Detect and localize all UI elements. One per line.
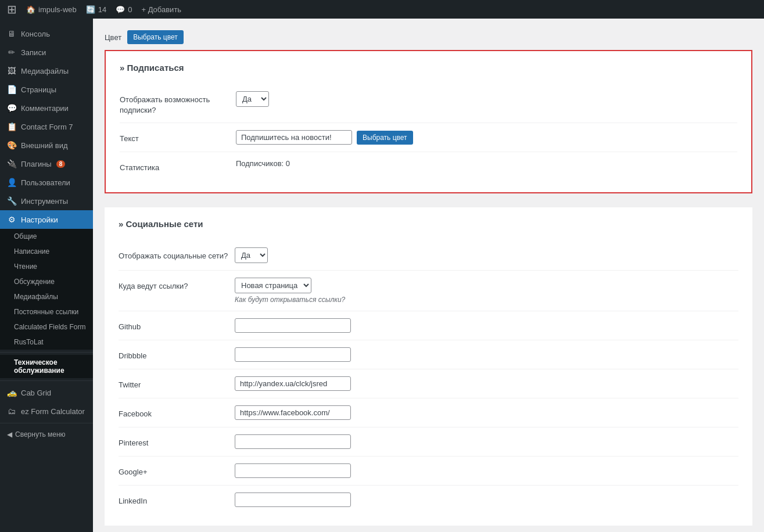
submenu-item-calcfields[interactable]: Calculated Fields Form (0, 319, 93, 335)
show-subscribe-select[interactable]: Да Нет (236, 91, 269, 107)
text-value: Подпишитесь на новости! (236, 130, 352, 145)
sidebar-divider (0, 352, 93, 353)
collapse-menu-button[interactable]: ◀ Свернуть меню (0, 426, 93, 443)
show-social-select[interactable]: Да Нет (235, 247, 268, 263)
submenu-item-mediafiles[interactable]: Медиафайлы (0, 289, 93, 304)
twitter-input[interactable] (235, 376, 351, 391)
twitter-label: Twitter (119, 376, 235, 390)
plugins-badge: 8 (56, 160, 66, 168)
linkedin-control (235, 493, 351, 507)
text-control: Подпишитесь на новости! Выбрать цвет (236, 130, 413, 145)
submenu-item-reading[interactable]: Чтение (0, 259, 93, 274)
links-target-control: Новая страница Эта страница Как будут от… (235, 278, 345, 304)
wp-logo-icon[interactable]: ⊞ (7, 2, 17, 16)
links-target-select[interactable]: Новая страница Эта страница (235, 278, 311, 293)
submenu-item-techservice[interactable]: Техническое обслуживание (0, 355, 93, 378)
text-row: Текст Подпишитесь на новости! Выбрать цв… (120, 123, 737, 152)
dribbble-row: Dribbble (119, 340, 738, 369)
googleplus-row: Google+ (119, 456, 738, 486)
googleplus-control (235, 463, 351, 478)
sidebar-item-cabgrid[interactable]: 🚕 Cab Grid (0, 383, 93, 402)
dribbble-control (235, 347, 351, 362)
github-row: Github (119, 311, 738, 340)
sidebar-item-console[interactable]: 🖥 Консоль (0, 24, 93, 43)
text-label: Текст (120, 130, 236, 144)
main-content: Цвет Выбрать цвет » Подписаться Отобража… (93, 19, 764, 532)
sidebar-item-media[interactable]: 🖼 Медиафайлы (0, 62, 93, 80)
social-section-title: » Социальные сети (119, 219, 738, 229)
github-control (235, 318, 351, 333)
settings-icon: ⚙ (7, 215, 16, 224)
pinterest-row: Pinterest (119, 427, 738, 456)
top-color-label: Цвет (105, 33, 121, 42)
extra-menu: Техническое обслуживание (0, 355, 93, 378)
appearance-icon: 🎨 (7, 141, 16, 150)
sidebar-item-plugins[interactable]: 🔌 Плагины 8 (0, 154, 93, 173)
tools-icon: 🔧 (7, 196, 16, 206)
links-target-label: Куда ведут ссылки? (119, 278, 235, 292)
linkedin-input[interactable] (235, 493, 351, 507)
users-icon: 👤 (7, 178, 16, 187)
show-social-label: Отображать социальные сети? (119, 247, 235, 261)
submenu-item-writing[interactable]: Написание (0, 244, 93, 259)
facebook-control (235, 405, 351, 420)
github-input[interactable] (235, 318, 351, 333)
sidebar-item-appearance[interactable]: 🎨 Внешний вид (0, 136, 93, 154)
sidebar-item-comments[interactable]: 💬 Комментарии (0, 99, 93, 117)
comments-item[interactable]: 💬 0 (116, 5, 132, 14)
sidebar-item-contact7[interactable]: 📋 Contact Form 7 (0, 117, 93, 136)
facebook-input[interactable] (235, 405, 351, 420)
linkedin-label: LinkedIn (119, 493, 235, 506)
subscribe-section-title: » Подписаться (120, 63, 737, 73)
show-subscribe-row: Отображать возможность подписки? Да Нет (120, 84, 737, 123)
stats-label: Статистика (120, 159, 236, 173)
dribbble-input[interactable] (235, 347, 351, 362)
submenu-item-permalinks[interactable]: Постоянные ссылки (0, 304, 93, 319)
stats-value: Подписчиков: 0 (236, 159, 290, 168)
sidebar-item-posts[interactable]: ✏ Записи (0, 43, 93, 62)
plugins-icon: 🔌 (7, 159, 16, 168)
text-color-button[interactable]: Выбрать цвет (357, 131, 413, 145)
dribbble-label: Dribbble (119, 347, 235, 361)
facebook-row: Facebook (119, 398, 738, 427)
social-section: » Социальные сети Отображать социальные … (105, 207, 752, 526)
sidebar: 🖥 Консоль ✏ Записи 🖼 Медиафайлы 📄 Страни… (0, 19, 93, 532)
top-color-button[interactable]: Выбрать цвет (127, 30, 184, 44)
submenu-item-general[interactable]: Общие (0, 229, 93, 244)
submenu-item-discussion[interactable]: Обсуждение (0, 274, 93, 289)
ezform-icon: 🗂 (7, 407, 16, 416)
console-icon: 🖥 (7, 29, 16, 38)
facebook-label: Facebook (119, 405, 235, 419)
site-name[interactable]: 🏠 impuls-web (26, 5, 77, 14)
show-social-control: Да Нет (235, 247, 268, 263)
contact7-icon: 📋 (7, 122, 16, 131)
twitter-control (235, 376, 351, 391)
submenu-item-rustolat[interactable]: RusToLat (0, 335, 93, 350)
links-hint: Как будут открываться ссылки? (235, 296, 345, 304)
pinterest-input[interactable] (235, 434, 351, 449)
show-subscribe-label: Отображать возможность подписки? (120, 91, 236, 116)
googleplus-input[interactable] (235, 463, 351, 478)
links-target-row: Куда ведут ссылки? Новая страница Эта ст… (119, 271, 738, 311)
settings-submenu: Общие Написание Чтение Обсуждение Медиаф… (0, 229, 93, 350)
googleplus-label: Google+ (119, 463, 235, 477)
add-new-button[interactable]: + Добавить (141, 5, 181, 14)
posts-icon: ✏ (7, 48, 16, 57)
updates-item[interactable]: 🔄 14 (86, 5, 106, 14)
stats-row: Статистика Подписчиков: 0 (120, 152, 737, 180)
sidebar-item-pages[interactable]: 📄 Страницы (0, 80, 93, 99)
sidebar-item-settings[interactable]: ⚙ Настройки (0, 210, 93, 229)
show-subscribe-control: Да Нет (236, 91, 269, 107)
sidebar-item-tools[interactable]: 🔧 Инструменты (0, 192, 93, 210)
subscribe-section: » Подписаться Отображать возможность под… (105, 50, 752, 193)
pinterest-control (235, 434, 351, 449)
sidebar-item-ezform[interactable]: 🗂 ez Form Calculator (0, 402, 93, 420)
pinterest-label: Pinterest (119, 434, 235, 448)
cabgrid-icon: 🚕 (7, 388, 16, 397)
top-color-row: Цвет Выбрать цвет (105, 30, 752, 50)
sidebar-item-users[interactable]: 👤 Пользователи (0, 173, 93, 192)
show-social-row: Отображать социальные сети? Да Нет (119, 240, 738, 271)
layout: 🖥 Консоль ✏ Записи 🖼 Медиафайлы 📄 Страни… (0, 19, 764, 532)
admin-bar: ⊞ 🏠 impuls-web 🔄 14 💬 0 + Добавить (0, 0, 764, 19)
comments-icon: 💬 (7, 103, 16, 113)
